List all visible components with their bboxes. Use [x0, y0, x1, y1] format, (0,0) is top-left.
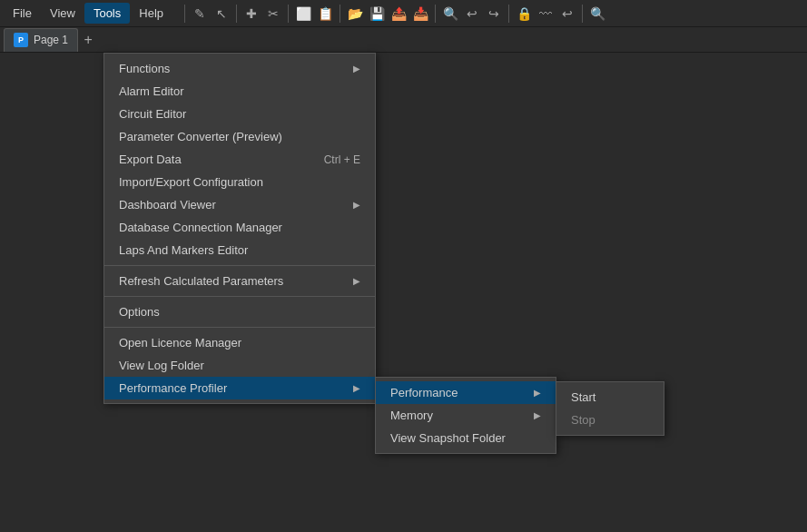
menu-item-dashboard-viewer[interactable]: Dashboard Viewer ▶ — [104, 193, 375, 216]
refresh-arrow: ▶ — [353, 276, 360, 286]
menu-item-performance-profiler[interactable]: Performance Profiler ▶ Performance ▶ Sta… — [104, 377, 375, 399]
select-icon[interactable]: ↖ — [212, 4, 231, 24]
menu-item-refresh-params[interactable]: Refresh Calculated Parameters ▶ — [104, 270, 375, 292]
menu-view[interactable]: View — [41, 3, 84, 24]
submenu-item-stop: Stop — [556, 409, 664, 431]
page-icon: P — [14, 33, 28, 47]
tab-page1[interactable]: P Page 1 — [4, 28, 78, 52]
redo-icon-2[interactable]: ↩ — [557, 4, 577, 24]
submenu-item-start[interactable]: Start — [556, 386, 664, 409]
memory-submenu-arrow: ▶ — [534, 410, 541, 420]
tools-dropdown: Functions ▶ Alarm Editor Circuit Editor … — [103, 53, 376, 404]
separator-3 — [104, 327, 375, 328]
undo-icon[interactable]: ↩ — [462, 4, 482, 24]
start-label: Start — [571, 390, 595, 404]
dashboard-arrow: ▶ — [353, 200, 360, 210]
menu-item-licence-manager[interactable]: Open Licence Manager — [104, 331, 375, 354]
performance-label: Performance — [390, 386, 458, 399]
menu-item-alarm-editor[interactable]: Alarm Editor — [104, 80, 375, 103]
stop-label: Stop — [571, 413, 595, 427]
wave-icon[interactable]: 〰 — [536, 4, 556, 24]
menu-bar: File View Tools Help ✎ ↖ ✚ ✂ ⬜ 📋 📂 💾 📤 📥… — [0, 0, 807, 27]
separator-2 — [104, 296, 375, 297]
edit-icon[interactable]: ✎ — [190, 4, 210, 24]
export-icon[interactable]: 📤 — [389, 4, 408, 24]
toolbar-sep-7 — [582, 5, 583, 23]
separator-1 — [104, 265, 375, 266]
dashboard-viewer-label: Dashboard Viewer — [119, 198, 216, 212]
tab-bar: P Page 1 + — [0, 27, 807, 53]
search-icon[interactable]: 🔍 — [587, 4, 607, 24]
export-data-label: Export Data — [119, 153, 182, 166]
zoom-in-icon[interactable]: 🔍 — [440, 4, 460, 24]
submenu-item-view-snapshot[interactable]: View Snapshot Folder — [376, 427, 556, 449]
submenu-item-memory[interactable]: Memory ▶ — [376, 404, 556, 427]
menu-item-import-export[interactable]: Import/Export Configuration — [104, 171, 375, 193]
copy-icon[interactable]: ⬜ — [293, 4, 313, 24]
import-icon[interactable]: 📥 — [410, 4, 430, 24]
lock-icon[interactable]: 🔒 — [514, 4, 534, 24]
menu-item-database-manager[interactable]: Database Connection Manager — [104, 216, 375, 239]
menu-tools[interactable]: Tools — [84, 3, 130, 24]
menu-item-laps-markers[interactable]: Laps And Markers Editor — [104, 239, 375, 261]
performance-submenu: Start Stop — [556, 381, 664, 436]
database-manager-label: Database Connection Manager — [119, 221, 282, 234]
view-snapshot-label: View Snapshot Folder — [390, 431, 506, 445]
tab-add-button[interactable]: + — [78, 30, 98, 50]
functions-arrow: ▶ — [353, 64, 360, 74]
add-icon[interactable]: ✚ — [241, 4, 261, 24]
performance-profiler-submenu: Performance ▶ Start Stop Memory — [375, 377, 556, 454]
toolbar-sep-4 — [340, 5, 340, 23]
options-label: Options — [119, 305, 160, 319]
open-icon[interactable]: 📂 — [345, 4, 365, 24]
menu-item-options[interactable]: Options — [104, 300, 375, 323]
toolbar-sep-5 — [435, 5, 436, 23]
toolbar-sep-3 — [288, 5, 289, 23]
menu-item-parameter-converter[interactable]: Parameter Converter (Preview) — [104, 125, 375, 148]
toolbar-sep-2 — [236, 5, 237, 23]
paste-icon[interactable]: 📋 — [315, 4, 335, 24]
toolbar-sep-1 — [184, 5, 185, 23]
menu-item-export-data[interactable]: Export Data Ctrl + E — [104, 148, 375, 171]
toolbar-sep-6 — [508, 5, 509, 23]
circuit-editor-label: Circuit Editor — [119, 107, 186, 121]
refresh-params-label: Refresh Calculated Parameters — [119, 274, 283, 288]
main-content: Functions ▶ Alarm Editor Circuit Editor … — [0, 53, 807, 503]
redo-icon-1[interactable]: ↪ — [484, 4, 504, 24]
import-export-label: Import/Export Configuration — [119, 175, 263, 189]
alarm-editor-label: Alarm Editor — [119, 84, 184, 98]
cut-icon[interactable]: ✂ — [263, 4, 283, 24]
save-icon[interactable]: 💾 — [367, 4, 387, 24]
licence-manager-label: Open Licence Manager — [119, 336, 241, 350]
menu-item-circuit-editor[interactable]: Circuit Editor — [104, 103, 375, 125]
tab-page1-label: Page 1 — [34, 34, 68, 46]
view-log-label: View Log Folder — [119, 359, 204, 372]
menu-item-view-log[interactable]: View Log Folder — [104, 354, 375, 377]
functions-label: Functions — [119, 62, 170, 75]
menu-help[interactable]: Help — [130, 3, 172, 24]
performance-profiler-arrow: ▶ — [353, 383, 360, 393]
export-data-shortcut: Ctrl + E — [324, 153, 360, 166]
performance-submenu-arrow: ▶ — [534, 388, 541, 398]
laps-markers-label: Laps And Markers Editor — [119, 243, 248, 257]
parameter-converter-label: Parameter Converter (Preview) — [119, 130, 282, 143]
menu-file[interactable]: File — [4, 3, 41, 24]
menu-item-functions[interactable]: Functions ▶ — [104, 57, 375, 80]
submenu-item-performance[interactable]: Performance ▶ Start Stop — [376, 381, 556, 404]
memory-label: Memory — [390, 409, 433, 422]
performance-profiler-label: Performance Profiler — [119, 381, 227, 395]
